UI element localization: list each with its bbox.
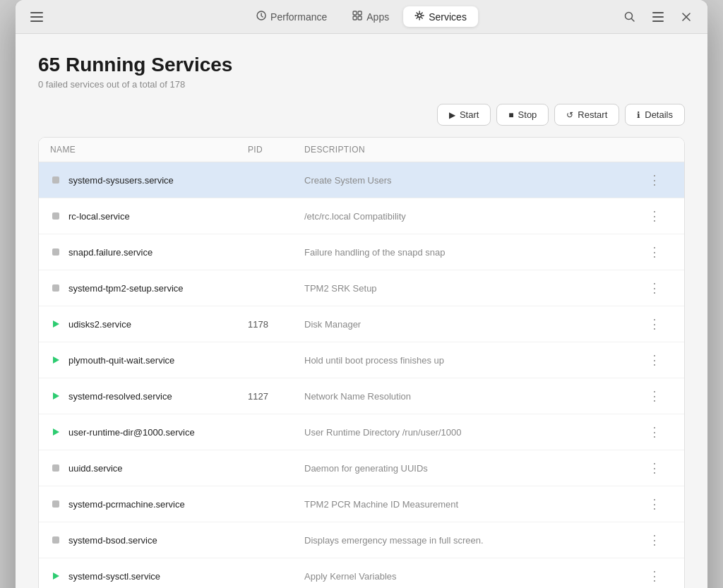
service-name: user-runtime-dir@1000.service (50, 426, 248, 438)
col-description: Description (304, 145, 645, 155)
svg-rect-7 (358, 16, 362, 20)
details-icon: ℹ (637, 110, 640, 120)
close-button[interactable] (676, 7, 696, 27)
main-window: Performance Apps (16, 0, 707, 588)
table-header: Name PID Description (39, 138, 684, 162)
svg-rect-10 (652, 12, 664, 13)
row-menu-button[interactable]: ⋮ (645, 422, 664, 442)
status-icon (50, 498, 61, 510)
svg-rect-13 (52, 176, 59, 184)
svg-rect-2 (30, 20, 43, 22)
status-icon (50, 570, 61, 582)
status-icon (50, 390, 61, 402)
restart-button[interactable]: ↺ Restart (554, 104, 619, 126)
tab-bar: Performance Apps (245, 6, 478, 27)
svg-rect-4 (353, 11, 357, 15)
start-icon: ▶ (449, 110, 455, 120)
svg-marker-18 (53, 356, 59, 364)
table-row[interactable]: snapd.failure.service Failure handling o… (39, 234, 684, 270)
row-menu-button[interactable]: ⋮ (645, 530, 664, 550)
details-button[interactable]: ℹ Details (625, 104, 685, 126)
tab-apps[interactable]: Apps (341, 6, 400, 27)
service-name: systemd-bsod.service (50, 534, 248, 546)
row-menu-button[interactable]: ⋮ (645, 458, 664, 478)
row-menu-button[interactable]: ⋮ (645, 566, 664, 586)
tab-services[interactable]: Services (403, 6, 478, 27)
table-row[interactable]: plymouth-quit-wait.service Hold until bo… (39, 342, 684, 378)
service-description: Displays emergency message in full scree… (304, 535, 645, 546)
service-name: uuidd.service (50, 462, 248, 474)
table-row[interactable]: systemd-bsod.service Displays emergency … (39, 522, 684, 558)
svg-point-8 (418, 14, 422, 18)
page-title: 65 Running Services (38, 54, 685, 76)
row-menu-button[interactable]: ⋮ (645, 242, 664, 262)
service-description: TPM2 PCR Machine ID Measurement (304, 499, 645, 510)
table-row[interactable]: systemd-sysusers.service Create System U… (39, 162, 684, 198)
status-icon (50, 174, 61, 186)
stop-label: Stop (518, 109, 537, 120)
status-icon (50, 426, 61, 438)
service-name: udisks2.service (50, 318, 248, 330)
service-name: systemd-resolved.service (50, 390, 248, 402)
restart-label: Restart (578, 109, 607, 120)
service-description: Apply Kernel Variables (304, 571, 645, 582)
service-pid: 1178 (248, 319, 304, 330)
svg-rect-15 (52, 248, 59, 256)
restart-icon: ↺ (566, 110, 573, 120)
service-description: Disk Manager (304, 319, 645, 330)
service-name: rc-local.service (50, 210, 248, 222)
svg-rect-6 (353, 16, 357, 20)
table-row[interactable]: uuidd.service Daemon for generating UUID… (39, 450, 684, 486)
service-pid: 1127 (248, 391, 304, 402)
table-row[interactable]: systemd-pcrmachine.service TPM2 PCR Mach… (39, 486, 684, 522)
service-description: Daemon for generating UUIDs (304, 463, 645, 474)
table-row[interactable]: user-runtime-dir@1000.service User Runti… (39, 414, 684, 450)
table-row[interactable]: systemd-resolved.service 1127 Network Na… (39, 378, 684, 414)
svg-rect-14 (52, 212, 59, 220)
services-table: Name PID Description systemd-sysusers.se… (38, 137, 685, 588)
menu-button[interactable] (648, 7, 668, 27)
col-name: Name (50, 145, 248, 155)
service-name: systemd-pcrmachine.service (50, 498, 248, 510)
services-icon (414, 11, 424, 23)
service-description: User Runtime Directory /run/user/1000 (304, 427, 645, 438)
svg-rect-22 (52, 500, 59, 508)
service-name: snapd.failure.service (50, 246, 248, 258)
table-row[interactable]: rc-local.service /etc/rc.local Compatibi… (39, 198, 684, 234)
row-menu-button[interactable]: ⋮ (645, 314, 664, 334)
table-row[interactable]: systemd-sysctl.service Apply Kernel Vari… (39, 558, 684, 588)
tab-performance-label: Performance (270, 11, 327, 23)
col-actions (645, 145, 673, 155)
tab-performance[interactable]: Performance (245, 6, 338, 27)
details-label: Details (645, 109, 673, 120)
status-icon (50, 210, 61, 222)
service-description: /etc/rc.local Compatibility (304, 211, 645, 222)
svg-rect-16 (52, 284, 59, 292)
tab-apps-label: Apps (366, 11, 389, 23)
table-body: systemd-sysusers.service Create System U… (39, 162, 684, 588)
row-menu-button[interactable]: ⋮ (645, 494, 664, 514)
svg-marker-20 (53, 428, 59, 436)
service-name: systemd-tpm2-setup.service (50, 282, 248, 294)
search-button[interactable] (620, 7, 640, 27)
row-menu-button[interactable]: ⋮ (645, 170, 664, 190)
svg-marker-24 (53, 572, 59, 580)
main-content: 65 Running Services 0 failed services ou… (16, 34, 707, 588)
stop-button[interactable]: ■ Stop (496, 104, 549, 126)
service-description: Hold until boot process finishes up (304, 355, 645, 366)
start-button[interactable]: ▶ Start (437, 104, 491, 126)
table-row[interactable]: systemd-tpm2-setup.service TPM2 SRK Setu… (39, 270, 684, 306)
row-menu-button[interactable]: ⋮ (645, 206, 664, 226)
row-menu-button[interactable]: ⋮ (645, 350, 664, 370)
row-menu-button[interactable]: ⋮ (645, 386, 664, 406)
service-name: systemd-sysusers.service (50, 174, 248, 186)
svg-rect-11 (652, 16, 664, 18)
table-row[interactable]: udisks2.service 1178 Disk Manager ⋮ (39, 306, 684, 342)
performance-icon (256, 11, 266, 23)
status-icon (50, 534, 61, 546)
svg-rect-5 (358, 11, 362, 15)
sidebar-toggle-button[interactable] (27, 7, 47, 27)
status-icon (50, 462, 61, 474)
page-subtitle: 0 failed services out of a total of 178 (38, 79, 685, 90)
row-menu-button[interactable]: ⋮ (645, 278, 664, 298)
